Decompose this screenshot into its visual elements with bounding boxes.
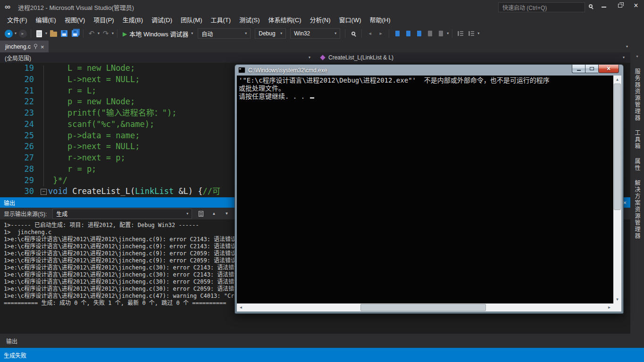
- navigate-forward-button[interactable]: [18, 28, 27, 39]
- chevron-down-icon: [331, 32, 336, 35]
- debug-target-caret-icon[interactable]: [191, 32, 193, 35]
- menu-item[interactable]: 工具(T): [207, 14, 235, 26]
- save-all-icon: [72, 30, 78, 37]
- comment-lines-icon: [458, 31, 463, 36]
- pin-icon[interactable]: [34, 44, 37, 47]
- output-source-label: 显示输出来源(S):: [4, 210, 47, 218]
- solution-configuration-dropdown[interactable]: Debug: [255, 28, 286, 39]
- menu-item[interactable]: 测试(S): [235, 14, 264, 26]
- minimize-button[interactable]: [596, 0, 612, 11]
- scroll-down-icon[interactable]: [613, 295, 621, 303]
- side-tab[interactable]: 服务器资源管理器: [633, 68, 641, 121]
- uncomment-selection-button[interactable]: [467, 28, 476, 39]
- scope-dropdown[interactable]: (全局范围): [0, 52, 316, 63]
- code-text: p->next = NULL;: [48, 141, 140, 152]
- output-source-dropdown[interactable]: 生成: [52, 209, 192, 219]
- next-bookmark-folder-button[interactable]: [436, 28, 445, 39]
- cmd-titlebar[interactable]: C:\Windows\system32\cmd.exe: [235, 65, 623, 76]
- scroll-left-icon[interactable]: [237, 303, 245, 311]
- member-dropdown[interactable]: CreateList_L(LinkList & L): [316, 52, 630, 63]
- toggle-bookmark-button[interactable]: [393, 28, 402, 39]
- cmd-minimize-button[interactable]: [572, 65, 585, 73]
- menu-item[interactable]: 体系结构(C): [264, 14, 305, 26]
- menu-item[interactable]: 团队(M): [176, 14, 207, 26]
- search-icon[interactable]: [589, 4, 593, 8]
- back-history-caret-icon[interactable]: [15, 32, 17, 35]
- solution-platform-dropdown[interactable]: Win32: [290, 28, 340, 39]
- code-text: void CreateList_L(LinkList &L) {//可: [48, 186, 220, 197]
- output-source-value: 生成: [56, 210, 67, 218]
- fold-margin: [40, 130, 48, 142]
- method-icon: [320, 55, 325, 60]
- side-tab[interactable]: 工具箱: [633, 130, 641, 150]
- scroll-up-icon[interactable]: [613, 76, 621, 84]
- restore-button[interactable]: [612, 0, 628, 11]
- fold-margin: [40, 164, 48, 175]
- fold-collapse-icon[interactable]: [40, 186, 48, 197]
- menu-item[interactable]: 帮助(H): [366, 14, 395, 26]
- tab-jincheng-c[interactable]: jincheng.c: [0, 41, 49, 52]
- menu-item[interactable]: 编辑(E): [32, 14, 60, 26]
- comment-selection-button[interactable]: [456, 28, 465, 39]
- cmd-vertical-scrollbar[interactable]: [613, 76, 621, 303]
- vertical-scroll-thumb[interactable]: [614, 84, 621, 210]
- start-debugging-button[interactable]: 本地 Windows 调试器: [121, 28, 195, 39]
- menu-item[interactable]: 项目(P): [89, 14, 118, 26]
- fold-margin: [40, 141, 48, 152]
- cmd-close-button[interactable]: [598, 65, 619, 73]
- code-text: L = new LNode;: [48, 63, 135, 74]
- redo-button[interactable]: [101, 28, 110, 39]
- cmd-horizontal-scrollbar[interactable]: [237, 303, 613, 311]
- new-file-caret-icon[interactable]: [45, 32, 47, 35]
- cmd-maximize-button[interactable]: [585, 65, 598, 73]
- chevron-down-icon: [623, 56, 625, 59]
- rail-caret-icon[interactable]: [636, 55, 638, 59]
- menu-item[interactable]: 生成(B): [118, 14, 147, 26]
- toolbar-overflow-caret-icon[interactable]: [477, 32, 479, 35]
- new-file-button[interactable]: [34, 28, 44, 39]
- menu-item[interactable]: 分析(N): [306, 14, 335, 26]
- status-bar: 生成失败: [0, 348, 644, 362]
- close-tab-icon[interactable]: [41, 42, 44, 51]
- navigate-back-text-button[interactable]: [365, 28, 375, 39]
- window-title: 进程2012 - Microsoft Visual Studio(管理员): [18, 3, 134, 12]
- scroll-right-icon[interactable]: [605, 303, 613, 311]
- undo-caret-icon[interactable]: [98, 32, 100, 35]
- next-bookmark-button[interactable]: [414, 28, 424, 39]
- menu-item[interactable]: 文件(F): [3, 14, 32, 26]
- member-value: CreateList_L(LinkList & L): [328, 54, 393, 61]
- line-number: 22: [0, 96, 40, 108]
- code-text: r = L;: [48, 85, 96, 97]
- output-bottom-tab[interactable]: 输出: [2, 335, 22, 347]
- find-message-button[interactable]: [196, 209, 206, 219]
- open-file-button[interactable]: [49, 28, 58, 39]
- horizontal-scroll-thumb[interactable]: [360, 304, 486, 311]
- previous-bookmark-folder-button[interactable]: [425, 28, 435, 39]
- line-number: 24: [0, 119, 40, 130]
- redo-caret-icon[interactable]: [112, 32, 114, 35]
- cmd-console[interactable]: '"E:\c程序设计语言\进程2012\Debug\进程2012.exe"' 不…: [237, 76, 621, 311]
- cmd-window[interactable]: C:\Windows\system32\cmd.exe '"E:\c程序设计语言…: [234, 64, 624, 314]
- side-tab[interactable]: 解决方案资源管理器: [633, 180, 641, 239]
- bookmark-group-caret-icon[interactable]: [447, 32, 449, 35]
- side-tab[interactable]: 属性: [633, 158, 641, 171]
- auto-dropdown[interactable]: 自动: [198, 28, 251, 39]
- previous-message-button[interactable]: [209, 209, 219, 219]
- quick-launch-input[interactable]: 快速启动 (Ctrl+Q): [498, 2, 585, 12]
- find-in-files-button[interactable]: [349, 28, 358, 39]
- navigate-forward-text-button[interactable]: [376, 28, 385, 39]
- save-all-button[interactable]: [70, 28, 80, 39]
- save-button[interactable]: [59, 28, 69, 39]
- menu-item[interactable]: 窗口(W): [335, 14, 366, 26]
- menu-item[interactable]: 调试(D): [147, 14, 176, 26]
- close-button[interactable]: [628, 0, 644, 11]
- code-text: p = new LNode;: [48, 96, 135, 108]
- line-number: 21: [0, 85, 40, 97]
- previous-bookmark-button[interactable]: [403, 28, 413, 39]
- next-message-button[interactable]: [221, 209, 232, 219]
- tab-list-caret-icon[interactable]: [626, 45, 628, 49]
- menu-item[interactable]: 视图(V): [60, 14, 89, 26]
- line-number: 25: [0, 130, 40, 142]
- navigate-backward-button[interactable]: [4, 28, 13, 39]
- undo-button[interactable]: [87, 28, 96, 39]
